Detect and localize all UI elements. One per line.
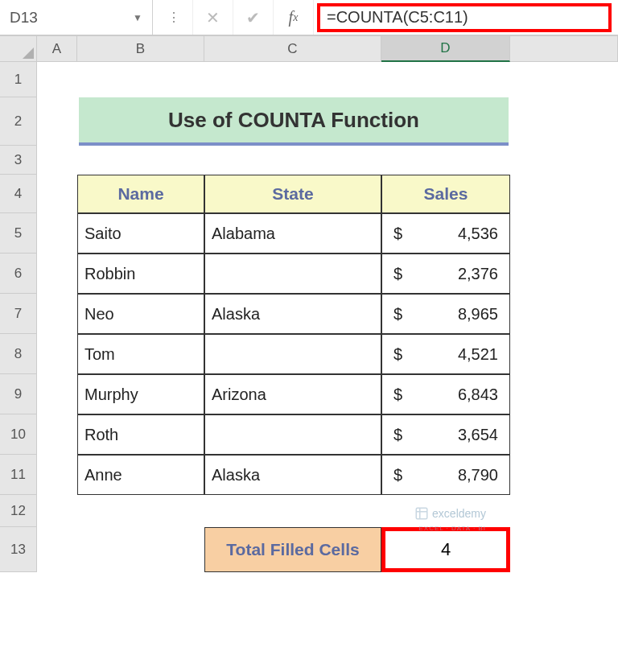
- watermark-area: exceldemy EXCEL · DATA · BI: [204, 495, 510, 527]
- col-header-C[interactable]: C: [204, 36, 381, 62]
- row-header-9[interactable]: 9: [0, 374, 37, 414]
- currency-symbol: $: [393, 345, 402, 364]
- row-header-1[interactable]: 1: [0, 62, 37, 97]
- name-box[interactable]: D13 ▼: [0, 0, 153, 35]
- table-header-state[interactable]: State: [204, 175, 381, 213]
- cell-D9[interactable]: $6,843: [381, 374, 510, 414]
- cell-C8[interactable]: [204, 334, 381, 374]
- currency-symbol: $: [393, 466, 402, 484]
- sales-value: 8,965: [458, 305, 498, 324]
- currency-symbol: $: [393, 265, 402, 283]
- watermark-logo: exceldemy: [414, 506, 486, 521]
- sales-value: 3,654: [458, 426, 498, 444]
- row-header-6[interactable]: 6: [0, 254, 37, 294]
- currency-symbol: $: [393, 305, 402, 324]
- cell-reference: D13: [10, 9, 38, 27]
- cell-C9[interactable]: Arizona: [204, 374, 381, 414]
- row-header-10[interactable]: 10: [0, 414, 37, 455]
- cell-D11[interactable]: $8,790: [381, 455, 510, 495]
- title-cell[interactable]: Use of COUNTA Function: [79, 97, 509, 146]
- formula-text: =COUNTA(C5:C11): [327, 8, 468, 27]
- cell-B5[interactable]: Saito: [77, 213, 204, 254]
- cancel-icon[interactable]: ✕: [193, 0, 233, 35]
- cell-C10[interactable]: [204, 414, 381, 455]
- cell-D5[interactable]: $4,536: [381, 213, 510, 254]
- cell-D7[interactable]: $8,965: [381, 294, 510, 334]
- dropdown-icon[interactable]: ▼: [133, 12, 142, 23]
- row-header-11[interactable]: 11: [0, 455, 37, 495]
- col-header-rest[interactable]: [510, 36, 618, 62]
- total-value-text: 4: [441, 539, 451, 560]
- total-value-cell[interactable]: 4: [381, 527, 510, 572]
- col-header-A[interactable]: A: [37, 36, 77, 62]
- cell-C6[interactable]: [204, 254, 381, 294]
- row-header-4[interactable]: 4: [0, 175, 37, 213]
- row-header-3[interactable]: 3: [0, 146, 37, 175]
- cell-B8[interactable]: Tom: [77, 334, 204, 374]
- cell-B11[interactable]: Anne: [77, 455, 204, 495]
- cell-D10[interactable]: $3,654: [381, 414, 510, 455]
- cell-C11[interactable]: Alaska: [204, 455, 381, 495]
- spreadsheet[interactable]: A B C D 1 2 3 4 5 6 7 8 9 10 11 12 13 Us…: [0, 35, 618, 572]
- sales-value: 4,536: [458, 225, 498, 243]
- watermark-icon: [414, 506, 429, 521]
- sales-value: 2,376: [458, 265, 498, 283]
- cell-B9[interactable]: Murphy: [77, 374, 204, 414]
- table-header-name[interactable]: Name: [77, 175, 204, 213]
- formula-input[interactable]: =COUNTA(C5:C11): [317, 3, 612, 32]
- row-header-8[interactable]: 8: [0, 334, 37, 374]
- currency-symbol: $: [393, 426, 402, 444]
- cell-B7[interactable]: Neo: [77, 294, 204, 334]
- watermark-subtext: EXCEL · DATA · BI: [418, 525, 486, 532]
- select-all-corner[interactable]: [0, 36, 37, 62]
- formula-bar: D13 ▼ ⋮ ✕ ✔ fx =COUNTA(C5:C11): [0, 0, 618, 35]
- row-header-5[interactable]: 5: [0, 213, 37, 254]
- confirm-icon[interactable]: ✔: [233, 0, 274, 35]
- cell-D6[interactable]: $2,376: [381, 254, 510, 294]
- col-header-B[interactable]: B: [77, 36, 204, 62]
- row-header-12[interactable]: 12: [0, 495, 37, 527]
- sales-value: 6,843: [458, 385, 498, 404]
- row-header-7[interactable]: 7: [0, 294, 37, 334]
- row-header-13[interactable]: 13: [0, 527, 37, 572]
- sales-value: 4,521: [458, 345, 498, 364]
- cell-C5[interactable]: Alabama: [204, 213, 381, 254]
- fx-icon[interactable]: fx: [274, 0, 314, 35]
- more-icon[interactable]: ⋮: [153, 0, 193, 35]
- total-label-cell[interactable]: Total Filled Cells: [204, 527, 381, 572]
- cell-B10[interactable]: Roth: [77, 414, 204, 455]
- sales-value: 8,790: [458, 466, 498, 484]
- table-header-sales[interactable]: Sales: [381, 175, 510, 213]
- cell-C7[interactable]: Alaska: [204, 294, 381, 334]
- svg-rect-0: [416, 508, 427, 519]
- cell-D8[interactable]: $4,521: [381, 334, 510, 374]
- formula-bar-icons: ⋮ ✕ ✔ fx: [153, 0, 314, 35]
- currency-symbol: $: [393, 225, 402, 243]
- title-text: Use of COUNTA Function: [168, 108, 419, 133]
- cell-B6[interactable]: Robbin: [77, 254, 204, 294]
- watermark-text: exceldemy: [432, 507, 486, 520]
- currency-symbol: $: [393, 385, 402, 404]
- col-header-D[interactable]: D: [381, 36, 510, 62]
- row-header-2[interactable]: 2: [0, 97, 37, 146]
